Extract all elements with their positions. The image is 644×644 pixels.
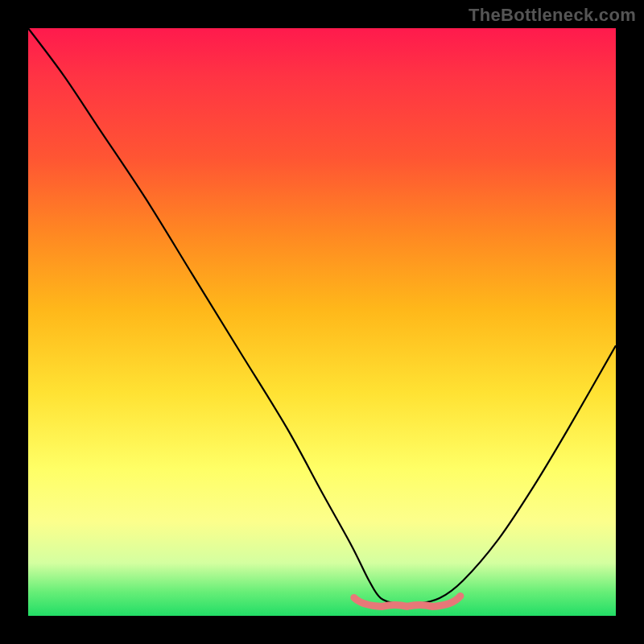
bottleneck-chart: TheBottleneck.com [0, 0, 644, 644]
watermark-text: TheBottleneck.com [469, 5, 636, 26]
plot-area [28, 28, 616, 616]
curve-layer [28, 28, 616, 616]
bottleneck-curve-path [28, 28, 616, 605]
flat-region-highlight [354, 596, 460, 606]
